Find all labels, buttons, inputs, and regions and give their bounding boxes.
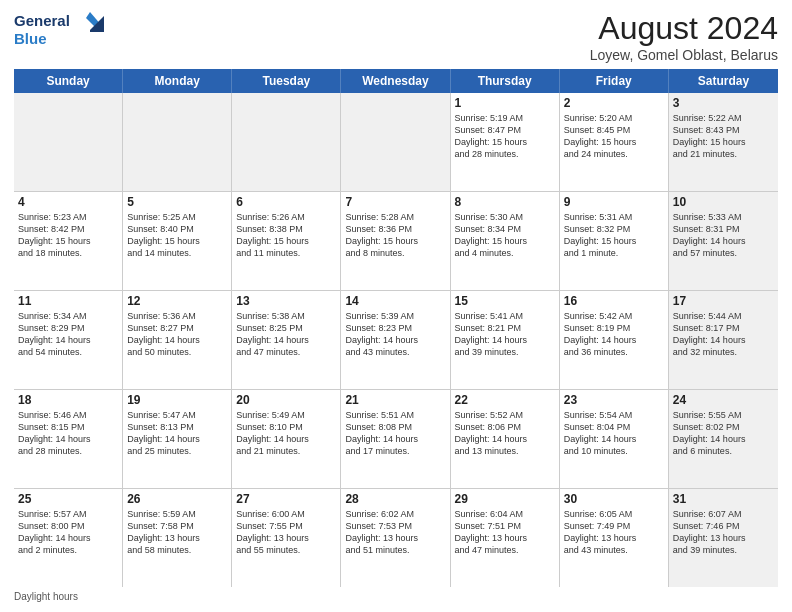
day-number: 18: [18, 393, 118, 407]
day-number: 30: [564, 492, 664, 506]
calendar-row-1: 1Sunrise: 5:19 AM Sunset: 8:47 PM Daylig…: [14, 93, 778, 192]
day-number: 20: [236, 393, 336, 407]
day-number: 15: [455, 294, 555, 308]
cal-cell-4-5: 30Sunrise: 6:05 AM Sunset: 7:49 PM Dayli…: [560, 489, 669, 587]
cal-cell-0-2: [232, 93, 341, 191]
day-number: 17: [673, 294, 774, 308]
day-number: 25: [18, 492, 118, 506]
header-cell-saturday: Saturday: [669, 69, 778, 93]
page-title: August 2024: [590, 10, 778, 47]
day-info: Sunrise: 5:36 AM Sunset: 8:27 PM Dayligh…: [127, 310, 227, 359]
day-number: 21: [345, 393, 445, 407]
day-number: 26: [127, 492, 227, 506]
cal-cell-1-6: 10Sunrise: 5:33 AM Sunset: 8:31 PM Dayli…: [669, 192, 778, 290]
footer-note: Daylight hours: [14, 591, 778, 602]
logo: General Blue: [14, 10, 104, 52]
cal-cell-4-0: 25Sunrise: 5:57 AM Sunset: 8:00 PM Dayli…: [14, 489, 123, 587]
calendar-body: 1Sunrise: 5:19 AM Sunset: 8:47 PM Daylig…: [14, 93, 778, 587]
page: General Blue August 2024 Loyew, Gomel Ob…: [0, 0, 792, 612]
day-info: Sunrise: 5:31 AM Sunset: 8:32 PM Dayligh…: [564, 211, 664, 260]
day-info: Sunrise: 5:49 AM Sunset: 8:10 PM Dayligh…: [236, 409, 336, 458]
day-number: 11: [18, 294, 118, 308]
day-number: 4: [18, 195, 118, 209]
day-number: 31: [673, 492, 774, 506]
day-number: 10: [673, 195, 774, 209]
day-info: Sunrise: 5:51 AM Sunset: 8:08 PM Dayligh…: [345, 409, 445, 458]
day-info: Sunrise: 5:26 AM Sunset: 8:38 PM Dayligh…: [236, 211, 336, 260]
cal-cell-1-3: 7Sunrise: 5:28 AM Sunset: 8:36 PM Daylig…: [341, 192, 450, 290]
day-info: Sunrise: 5:19 AM Sunset: 8:47 PM Dayligh…: [455, 112, 555, 161]
header-cell-monday: Monday: [123, 69, 232, 93]
day-number: 1: [455, 96, 555, 110]
day-number: 23: [564, 393, 664, 407]
day-number: 16: [564, 294, 664, 308]
cal-cell-1-1: 5Sunrise: 5:25 AM Sunset: 8:40 PM Daylig…: [123, 192, 232, 290]
cal-cell-1-2: 6Sunrise: 5:26 AM Sunset: 8:38 PM Daylig…: [232, 192, 341, 290]
day-number: 9: [564, 195, 664, 209]
cal-cell-3-3: 21Sunrise: 5:51 AM Sunset: 8:08 PM Dayli…: [341, 390, 450, 488]
day-info: Sunrise: 5:47 AM Sunset: 8:13 PM Dayligh…: [127, 409, 227, 458]
cal-cell-0-1: [123, 93, 232, 191]
cal-cell-4-6: 31Sunrise: 6:07 AM Sunset: 7:46 PM Dayli…: [669, 489, 778, 587]
day-info: Sunrise: 5:52 AM Sunset: 8:06 PM Dayligh…: [455, 409, 555, 458]
cal-cell-3-4: 22Sunrise: 5:52 AM Sunset: 8:06 PM Dayli…: [451, 390, 560, 488]
day-info: Sunrise: 5:20 AM Sunset: 8:45 PM Dayligh…: [564, 112, 664, 161]
calendar-header: SundayMondayTuesdayWednesdayThursdayFrid…: [14, 69, 778, 93]
cal-cell-3-1: 19Sunrise: 5:47 AM Sunset: 8:13 PM Dayli…: [123, 390, 232, 488]
cal-cell-0-3: [341, 93, 450, 191]
page-subtitle: Loyew, Gomel Oblast, Belarus: [590, 47, 778, 63]
day-info: Sunrise: 6:05 AM Sunset: 7:49 PM Dayligh…: [564, 508, 664, 557]
day-info: Sunrise: 5:55 AM Sunset: 8:02 PM Dayligh…: [673, 409, 774, 458]
cal-cell-4-3: 28Sunrise: 6:02 AM Sunset: 7:53 PM Dayli…: [341, 489, 450, 587]
cal-cell-0-0: [14, 93, 123, 191]
day-info: Sunrise: 6:07 AM Sunset: 7:46 PM Dayligh…: [673, 508, 774, 557]
day-info: Sunrise: 5:25 AM Sunset: 8:40 PM Dayligh…: [127, 211, 227, 260]
cal-cell-3-5: 23Sunrise: 5:54 AM Sunset: 8:04 PM Dayli…: [560, 390, 669, 488]
cal-cell-2-1: 12Sunrise: 5:36 AM Sunset: 8:27 PM Dayli…: [123, 291, 232, 389]
title-block: August 2024 Loyew, Gomel Oblast, Belarus: [590, 10, 778, 63]
day-info: Sunrise: 5:59 AM Sunset: 7:58 PM Dayligh…: [127, 508, 227, 557]
cal-cell-0-5: 2Sunrise: 5:20 AM Sunset: 8:45 PM Daylig…: [560, 93, 669, 191]
day-number: 24: [673, 393, 774, 407]
day-number: 14: [345, 294, 445, 308]
cal-cell-2-2: 13Sunrise: 5:38 AM Sunset: 8:25 PM Dayli…: [232, 291, 341, 389]
cal-cell-3-6: 24Sunrise: 5:55 AM Sunset: 8:02 PM Dayli…: [669, 390, 778, 488]
day-number: 29: [455, 492, 555, 506]
day-info: Sunrise: 5:34 AM Sunset: 8:29 PM Dayligh…: [18, 310, 118, 359]
cal-cell-4-2: 27Sunrise: 6:00 AM Sunset: 7:55 PM Dayli…: [232, 489, 341, 587]
cal-cell-0-4: 1Sunrise: 5:19 AM Sunset: 8:47 PM Daylig…: [451, 93, 560, 191]
day-number: 8: [455, 195, 555, 209]
header-cell-wednesday: Wednesday: [341, 69, 450, 93]
day-number: 22: [455, 393, 555, 407]
day-number: 3: [673, 96, 774, 110]
day-number: 28: [345, 492, 445, 506]
cal-cell-4-1: 26Sunrise: 5:59 AM Sunset: 7:58 PM Dayli…: [123, 489, 232, 587]
calendar: SundayMondayTuesdayWednesdayThursdayFrid…: [14, 69, 778, 587]
svg-text:General: General: [14, 12, 70, 29]
day-info: Sunrise: 5:57 AM Sunset: 8:00 PM Dayligh…: [18, 508, 118, 557]
day-info: Sunrise: 5:38 AM Sunset: 8:25 PM Dayligh…: [236, 310, 336, 359]
day-number: 12: [127, 294, 227, 308]
day-info: Sunrise: 5:33 AM Sunset: 8:31 PM Dayligh…: [673, 211, 774, 260]
day-info: Sunrise: 5:41 AM Sunset: 8:21 PM Dayligh…: [455, 310, 555, 359]
day-info: Sunrise: 5:42 AM Sunset: 8:19 PM Dayligh…: [564, 310, 664, 359]
day-info: Sunrise: 6:02 AM Sunset: 7:53 PM Dayligh…: [345, 508, 445, 557]
calendar-row-3: 11Sunrise: 5:34 AM Sunset: 8:29 PM Dayli…: [14, 291, 778, 390]
cal-cell-1-4: 8Sunrise: 5:30 AM Sunset: 8:34 PM Daylig…: [451, 192, 560, 290]
footer-text: Daylight hours: [14, 591, 78, 602]
day-info: Sunrise: 6:04 AM Sunset: 7:51 PM Dayligh…: [455, 508, 555, 557]
calendar-row-2: 4Sunrise: 5:23 AM Sunset: 8:42 PM Daylig…: [14, 192, 778, 291]
header-cell-friday: Friday: [560, 69, 669, 93]
day-info: Sunrise: 5:30 AM Sunset: 8:34 PM Dayligh…: [455, 211, 555, 260]
cal-cell-2-0: 11Sunrise: 5:34 AM Sunset: 8:29 PM Dayli…: [14, 291, 123, 389]
day-number: 27: [236, 492, 336, 506]
calendar-row-5: 25Sunrise: 5:57 AM Sunset: 8:00 PM Dayli…: [14, 489, 778, 587]
day-info: Sunrise: 5:28 AM Sunset: 8:36 PM Dayligh…: [345, 211, 445, 260]
cal-cell-2-4: 15Sunrise: 5:41 AM Sunset: 8:21 PM Dayli…: [451, 291, 560, 389]
day-number: 7: [345, 195, 445, 209]
day-info: Sunrise: 6:00 AM Sunset: 7:55 PM Dayligh…: [236, 508, 336, 557]
day-info: Sunrise: 5:54 AM Sunset: 8:04 PM Dayligh…: [564, 409, 664, 458]
day-info: Sunrise: 5:44 AM Sunset: 8:17 PM Dayligh…: [673, 310, 774, 359]
day-info: Sunrise: 5:46 AM Sunset: 8:15 PM Dayligh…: [18, 409, 118, 458]
cal-cell-4-4: 29Sunrise: 6:04 AM Sunset: 7:51 PM Dayli…: [451, 489, 560, 587]
